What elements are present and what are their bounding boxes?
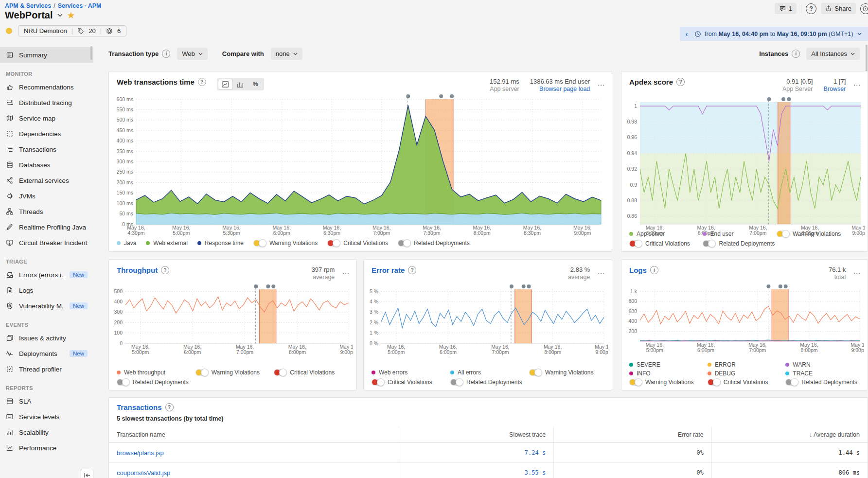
column-header-transaction-name[interactable]: Transaction name <box>109 431 399 438</box>
toggle-critical-violations[interactable]: Critical Violations <box>372 379 450 386</box>
column-header-error-rate[interactable]: Error rate <box>553 427 711 443</box>
legend-severe[interactable]: SEVERE <box>629 361 708 368</box>
legend-debug[interactable]: DEBUG <box>708 370 786 377</box>
sidebar-item-errors-errors-i[interactable]: Errors (errors i...New <box>0 267 93 283</box>
sidebar-item-summary[interactable]: Summary <box>0 47 93 63</box>
stack-count[interactable]: 6 <box>117 27 121 35</box>
time-back-chevron[interactable]: ‹ <box>680 30 693 38</box>
sidebar-item-realtime-profiling-java[interactable]: Realtime Profiling Java <box>0 219 93 235</box>
toggle-critical-violations[interactable]: Critical Violations <box>629 240 703 247</box>
toggle-critical-violations[interactable]: Critical Violations <box>708 379 786 386</box>
transaction-name-link[interactable]: coupons/isValid.jsp <box>117 469 170 477</box>
throughput-title[interactable]: Throughput <box>117 266 158 274</box>
apdex-browser-link[interactable]: Browser <box>823 86 846 92</box>
sidebar-collapse-button[interactable] <box>81 469 93 478</box>
slowest-trace-link[interactable]: 7.24 s <box>525 449 546 456</box>
panel-menu-button[interactable]: ... <box>853 266 861 275</box>
sidebar-item-service-levels[interactable]: Service levels <box>0 409 93 425</box>
entity-zone[interactable]: NRU Demotron <box>24 27 67 35</box>
toggle-warning-violations[interactable]: Warning Violations <box>629 379 708 386</box>
sidebar-item-external-services[interactable]: External services <box>0 173 93 188</box>
apdex-help-icon[interactable]: ? <box>676 78 685 86</box>
toggle-related-deployments[interactable]: Related Deployments <box>785 379 864 386</box>
time-range-text[interactable]: from May 16, 04:40 pm to May 16, 09:10 p… <box>705 31 853 37</box>
sidebar-item-sla[interactable]: SLA <box>0 393 93 409</box>
error-rate-help-icon[interactable]: ? <box>408 266 416 274</box>
time-range-chevron-down-icon[interactable] <box>856 33 865 35</box>
sidebar-item-vulnerability-m[interactable]: Vulnerability M...New <box>0 298 93 314</box>
sidebar-item-performance[interactable]: Performance <box>0 440 93 456</box>
toggle-warning-violations[interactable]: Warning Violations <box>529 369 608 376</box>
panel-menu-button[interactable]: ... <box>598 266 605 275</box>
column-header-average-duration[interactable]: ↓ Average duration <box>711 427 868 443</box>
sidebar-item-deployments[interactable]: DeploymentsNew <box>0 346 93 361</box>
sidebar-item-distributed-tracing[interactable]: Distributed tracing <box>0 95 93 110</box>
toggle-warning-violations[interactable]: Warning Violations <box>253 240 318 247</box>
breadcrumb-apm-services[interactable]: APM & Services <box>5 2 51 9</box>
sidebar-item-transactions[interactable]: Transactions <box>0 142 93 157</box>
sidebar-item-circuit-breaker-incidents[interactable]: Circuit Breaker Incidents <box>0 235 93 250</box>
legend-web-throughput[interactable]: Web throughput <box>117 369 195 376</box>
toggle-warning-violations[interactable]: Warning Violations <box>777 230 864 237</box>
percentile-toggle[interactable]: % <box>248 79 263 89</box>
toggle-critical-violations[interactable]: Critical Violations <box>274 369 353 376</box>
error-rate-title[interactable]: Error rate <box>372 266 405 274</box>
legend-end-user[interactable]: End user <box>703 230 776 237</box>
toggle-related-deployments[interactable]: Related Deployments <box>117 379 195 386</box>
sidebar-item-dependencies[interactable]: Dependencies <box>0 126 93 142</box>
stopwatch-icon-partial[interactable] <box>860 3 868 14</box>
web-transactions-help-icon[interactable]: ? <box>198 78 206 86</box>
legend-web-external[interactable]: Web external <box>146 240 187 247</box>
line-chart-toggle[interactable] <box>218 79 233 89</box>
bar-chart-toggle[interactable] <box>233 79 248 89</box>
legend-error[interactable]: ERROR <box>708 361 786 368</box>
transactions-title[interactable]: Transactions <box>117 403 162 411</box>
legend-app-server[interactable]: App server <box>629 230 703 237</box>
sidebar-scrollbar[interactable] <box>90 46 92 60</box>
comments-button[interactable]: 1 <box>775 3 797 14</box>
transactions-help-icon[interactable]: ? <box>165 403 174 411</box>
sidebar-item-logs[interactable]: Logs <box>0 283 93 298</box>
panel-menu-button[interactable]: ... <box>598 78 605 87</box>
toggle-related-deployments[interactable]: Related Deployments <box>703 240 776 247</box>
transaction-type-info-icon[interactable]: i <box>162 50 170 58</box>
legend-trace[interactable]: TRACE <box>785 370 864 377</box>
column-header-slowest-trace[interactable]: Slowest trace <box>399 427 553 443</box>
logs-title[interactable]: Logs <box>629 266 647 274</box>
slowest-trace-link[interactable]: 3.55 s <box>525 469 546 476</box>
legend-web-errors[interactable]: Web errors <box>372 369 450 376</box>
sidebar-item-service-map[interactable]: Service map <box>0 110 93 126</box>
transaction-type-dropdown[interactable]: Web <box>177 48 208 60</box>
sidebar-item-jvms[interactable]: JVMs <box>0 188 93 204</box>
legend-response-time[interactable]: Response time <box>197 240 244 247</box>
legend-all-errors[interactable]: All errors <box>450 369 529 376</box>
throughput-help-icon[interactable]: ? <box>161 266 169 274</box>
instances-info-icon[interactable]: i <box>792 50 800 58</box>
logs-chart[interactable]: 1 k800600400200May 16,5:00pmMay 16,6:00p… <box>623 283 864 354</box>
compare-with-dropdown[interactable]: none <box>271 48 302 60</box>
sidebar-item-databases[interactable]: Databases <box>0 157 93 173</box>
help-button[interactable]: ? <box>806 3 816 14</box>
instances-dropdown[interactable]: All Instances <box>806 48 860 60</box>
sidebar-item-recommendations[interactable]: Recommendations <box>0 79 93 95</box>
error-rate-chart[interactable]: 5 %4 %3 %2 %1 %0 %May 16,5:00pmMay 16,6:… <box>366 283 608 356</box>
toggle-related-deployments[interactable]: Related Deployments <box>398 240 470 247</box>
web-transactions-time-chart[interactable]: 600 ms550 ms500 ms450 ms400 ms350 ms300 … <box>112 93 605 237</box>
panel-menu-button[interactable]: ... <box>342 266 350 275</box>
transaction-name-link[interactable]: browse/plans.jsp <box>117 449 164 457</box>
logs-info-icon[interactable]: i <box>650 266 658 274</box>
breadcrumb-services-apm[interactable]: Services - APM <box>58 2 102 9</box>
toggle-warning-violations[interactable]: Warning Violations <box>195 369 274 376</box>
sidebar-item-issues-activity[interactable]: Issues & activity <box>0 330 93 346</box>
toggle-critical-violations[interactable]: Critical Violations <box>327 240 388 247</box>
throughput-chart[interactable]: 5004003002001000May 16,5:00pmMay 16,6:00… <box>111 283 353 356</box>
sidebar-item-scalability[interactable]: Scalability <box>0 425 93 440</box>
legend-info[interactable]: INFO <box>629 370 708 377</box>
apdex-score-chart[interactable]: 10.980.960.940.920.90.880.86May 16,5:00p… <box>623 96 865 237</box>
share-button[interactable]: Share <box>821 3 856 14</box>
panel-menu-button[interactable]: ... <box>853 78 861 87</box>
sidebar-item-threads[interactable]: Threads <box>0 204 93 219</box>
legend-java[interactable]: Java <box>117 240 136 247</box>
favorite-star-icon[interactable]: ★ <box>67 11 75 20</box>
title-chevron-down-icon[interactable] <box>57 14 63 17</box>
